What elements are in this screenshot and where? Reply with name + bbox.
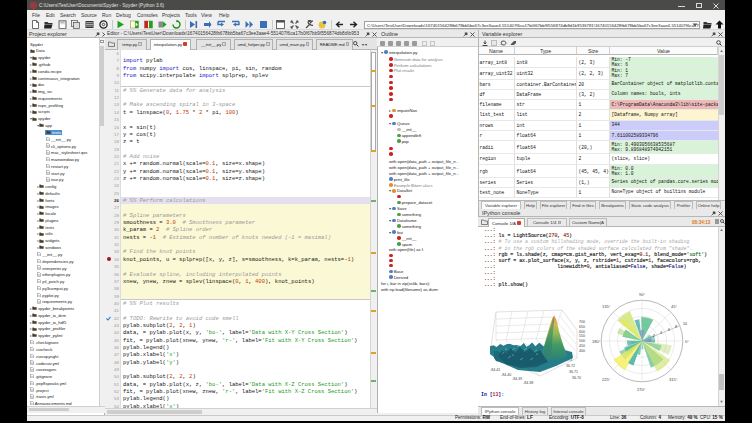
- svg-text:225°: 225°: [602, 377, 611, 382]
- svg-text:36.71: 36.71: [569, 370, 578, 374]
- svg-text:6: 6: [668, 328, 670, 332]
- svg-text:450: 450: [579, 344, 585, 348]
- svg-text:500: 500: [579, 339, 585, 343]
- svg-text:-84.40: -84.40: [501, 373, 511, 377]
- svg-text:-84.38: -84.38: [523, 381, 533, 385]
- svg-text:550: 550: [579, 334, 585, 338]
- svg-text:180°: 180°: [592, 339, 601, 344]
- svg-text:36.72: 36.72: [566, 364, 575, 368]
- svg-text:10: 10: [683, 322, 687, 326]
- svg-text:-84.41: -84.41: [490, 368, 500, 372]
- svg-text:315°: 315°: [669, 377, 678, 382]
- svg-text:36.70: 36.70: [572, 376, 581, 380]
- svg-text:4: 4: [660, 331, 662, 335]
- svg-text:650: 650: [579, 325, 585, 329]
- svg-text:2: 2: [653, 334, 655, 338]
- svg-text:270°: 270°: [637, 387, 646, 392]
- svg-text:45°: 45°: [671, 304, 677, 309]
- svg-text:400: 400: [579, 349, 585, 353]
- svg-text:8: 8: [675, 325, 677, 329]
- svg-text:90°: 90°: [639, 292, 645, 297]
- svg-text:0°: 0°: [685, 339, 689, 344]
- svg-text:135°: 135°: [602, 304, 611, 309]
- svg-text:-84.39: -84.39: [512, 377, 522, 381]
- svg-text:700: 700: [579, 320, 585, 324]
